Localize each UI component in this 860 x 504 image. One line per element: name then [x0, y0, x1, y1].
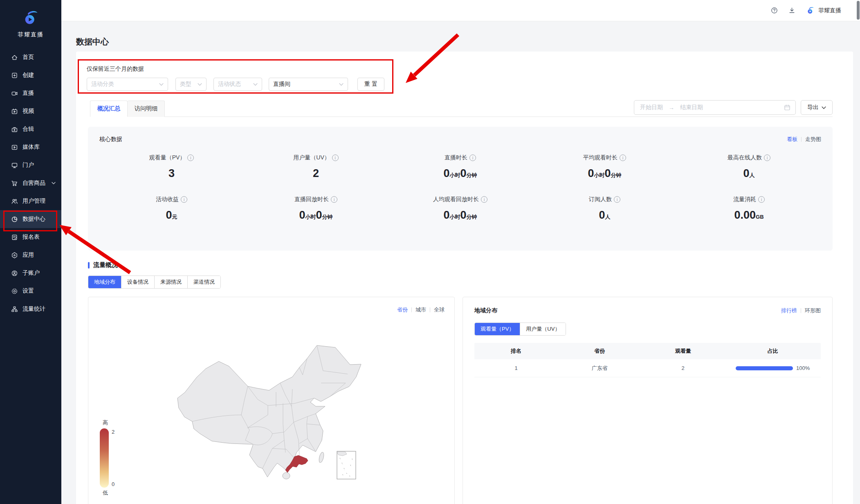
tab-views-pv[interactable]: 观看量（PV）: [475, 323, 520, 335]
start-date-placeholder: 开始日期: [640, 104, 663, 111]
sidebar-item-traffic-stats[interactable]: 流量统计: [0, 300, 61, 318]
metric-traffic-consumed: 流量消耗 0.00GB: [677, 195, 821, 222]
divider: [801, 137, 802, 142]
sidebar-item-user-management[interactable]: 用户管理: [0, 192, 61, 210]
info-icon[interactable]: [481, 196, 487, 203]
reset-button[interactable]: 重 置: [357, 78, 384, 91]
info-icon[interactable]: [614, 196, 620, 203]
sidebar-item-label: 子账户: [22, 269, 40, 277]
sidebar-item-label: 设置: [22, 287, 34, 295]
tab-region-distribution[interactable]: 地域分布: [88, 276, 121, 288]
help-icon[interactable]: [771, 7, 778, 14]
sidebar-item-apps[interactable]: 应用: [0, 246, 61, 264]
brand-logo-small-icon: [806, 6, 815, 15]
tab-users-uv[interactable]: 用户量（UV）: [520, 323, 566, 335]
account-menu[interactable]: 菲耀直播: [806, 6, 841, 15]
sidebar-item-label: 应用: [22, 251, 34, 259]
core-view-toggle: 看板 走势图: [787, 136, 821, 143]
info-icon[interactable]: [620, 155, 626, 161]
download-icon[interactable]: [788, 7, 795, 14]
live-camera-icon: [11, 90, 18, 97]
chevron-down-icon: [822, 106, 826, 109]
activity-category-select[interactable]: 活动分类: [87, 78, 168, 91]
date-range-picker[interactable]: 开始日期 → 结束日期: [634, 100, 796, 115]
info-icon[interactable]: [758, 196, 765, 203]
sidebar-item-data-center[interactable]: 数据中心: [0, 210, 61, 228]
cell-views: 2: [641, 365, 725, 371]
col-ratio: 占比: [725, 347, 821, 355]
col-views: 观看量: [641, 347, 725, 355]
sidebar-item-media-library[interactable]: 媒体库: [0, 138, 61, 156]
legend-high-label: 高: [103, 419, 115, 426]
select-placeholder: 活动分类: [91, 81, 114, 88]
info-icon[interactable]: [331, 196, 337, 203]
info-icon[interactable]: [764, 155, 770, 161]
sidebar-item-collection[interactable]: 合辑: [0, 120, 61, 138]
view-ranking[interactable]: 排行榜: [781, 307, 797, 314]
activity-status-select[interactable]: 活动状态: [213, 78, 262, 91]
level-global[interactable]: 全球: [434, 306, 445, 314]
sidebar-item-sub-account[interactable]: 子账户: [0, 264, 61, 282]
sidebar-item-label: 数据中心: [22, 215, 45, 223]
brand-block: 菲耀直播: [0, 0, 61, 38]
tab-overview-summary[interactable]: 概况汇总: [90, 101, 128, 117]
sidebar-item-portal[interactable]: 门户: [0, 156, 61, 174]
info-icon[interactable]: [187, 155, 194, 161]
divider: [801, 308, 801, 313]
map-legend: 高 2 0 低: [100, 419, 115, 497]
calendar-icon: [784, 104, 790, 111]
tab-device[interactable]: 设备情况: [121, 276, 154, 288]
level-city[interactable]: 城市: [415, 306, 426, 314]
account-name: 菲耀直播: [818, 7, 841, 14]
view-donut[interactable]: 环形图: [805, 307, 821, 314]
type-select[interactable]: 类型: [175, 78, 207, 91]
sidebar-item-label: 报名表: [22, 233, 40, 241]
level-province[interactable]: 省份: [397, 306, 408, 314]
select-value: 直播间: [273, 81, 290, 88]
export-button[interactable]: 导出: [801, 100, 833, 115]
tab-channel[interactable]: 渠道情况: [187, 276, 220, 288]
info-icon[interactable]: [181, 196, 187, 203]
sidebar-item-products[interactable]: 自营商品: [0, 174, 61, 192]
video-icon: [11, 108, 18, 115]
core-data-card: 核心数据 看板 走势图 观看量（PV） 3 用户量（UV） 2 直播时长: [88, 127, 833, 251]
scope-select[interactable]: 直播间: [269, 78, 348, 91]
col-province: 省份: [558, 347, 641, 355]
metric-max-online: 最高在线人数 0人: [677, 154, 821, 180]
sidebar-item-video[interactable]: 视频: [0, 102, 61, 120]
sidebar-item-settings[interactable]: 设置: [0, 282, 61, 300]
core-data-title: 核心数据: [99, 136, 122, 143]
region-table: 排名 省份 观看量 占比 1 广东省 2 100%: [474, 343, 821, 377]
tab-visit-detail[interactable]: 访问明细: [128, 101, 165, 117]
info-icon[interactable]: [469, 155, 476, 161]
vertical-scrollbar-thumb[interactable]: [857, 1, 860, 20]
data-retention-notice: 仅保留近三个月的数据: [76, 52, 853, 73]
divider: [411, 307, 412, 312]
home-icon: [11, 54, 18, 61]
sidebar-item-registration-form[interactable]: 报名表: [0, 228, 61, 246]
legend-min: 0: [112, 481, 115, 487]
view-trend[interactable]: 走势图: [805, 136, 821, 143]
sidebar-item-live[interactable]: 直播: [0, 84, 61, 102]
tab-source[interactable]: 来源情况: [154, 276, 187, 288]
cell-ratio: 100%: [725, 365, 821, 371]
traffic-stats-icon: [11, 306, 18, 313]
form-icon: [11, 234, 18, 241]
chevron-down-icon: [198, 83, 202, 86]
sidebar-item-home[interactable]: 首页: [0, 48, 61, 66]
china-choropleth-map[interactable]: [176, 342, 362, 479]
page-title: 数据中心: [76, 36, 109, 47]
region-metric-tabs: 观看量（PV） 用户量（UV）: [474, 323, 566, 336]
divider: [430, 307, 430, 312]
sidebar-item-label: 用户管理: [22, 197, 45, 205]
app-window: 菲耀直播 首页 创建 直播 视频 合辑: [0, 0, 860, 504]
view-board[interactable]: 看板: [787, 136, 797, 143]
summary-tabs-row: 概况汇总 访问明细 开始日期 → 结束日期 导出: [90, 100, 833, 117]
sidebar-item-create[interactable]: 创建: [0, 66, 61, 84]
metric-live-duration: 直播时长 0小时0分钟: [388, 154, 532, 180]
info-icon[interactable]: [332, 155, 339, 161]
table-row[interactable]: 1 广东省 2 100%: [474, 359, 821, 377]
topbar: 菲耀直播: [61, 0, 860, 21]
south-china-sea-inset: [337, 451, 356, 479]
metric-subscribers: 订阅人数 0人: [532, 195, 677, 222]
